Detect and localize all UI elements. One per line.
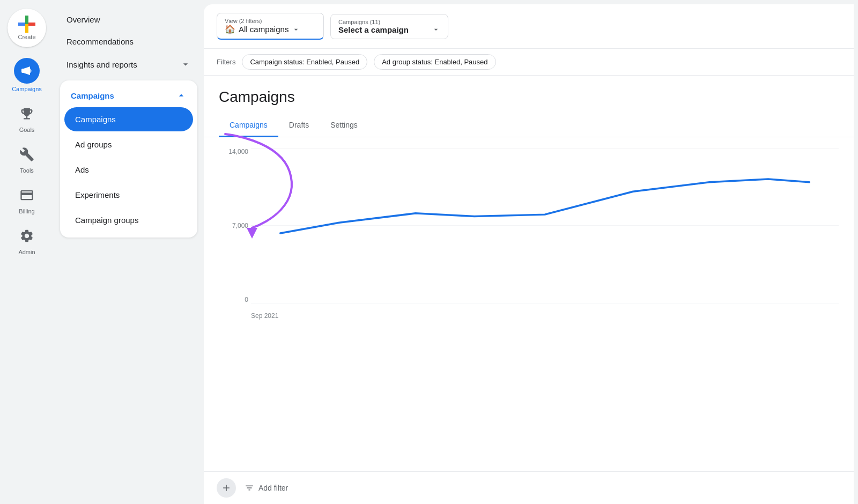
google-plus-icon — [18, 16, 35, 33]
main-content: View (2 filters) 🏠 All campaigns Campaig… — [204, 4, 854, 504]
admin-sidebar-label: Admin — [18, 249, 35, 255]
y-label-7000: 7,000 — [219, 222, 248, 229]
view-dropdown-arrow — [292, 25, 300, 34]
campaigns-sidebar-label: Campaigns — [12, 86, 42, 92]
y-label-14000: 14,000 — [219, 148, 248, 155]
filter-icon — [245, 483, 254, 493]
campaigns-icon-wrap — [14, 58, 40, 84]
tabs-bar: Campaigns Drafts Settings — [204, 114, 854, 137]
tools-sidebar-label: Tools — [20, 167, 34, 174]
add-filter-button[interactable]: Add filter — [245, 483, 288, 493]
campaigns-icon — [20, 64, 33, 77]
view-dropdown-value: All campaigns — [239, 25, 289, 34]
create-button[interactable]: Create — [8, 9, 46, 47]
sidebar-item-goals[interactable]: Goals — [3, 99, 50, 137]
billing-icon — [16, 184, 38, 206]
sidebar-item-billing[interactable]: Billing — [3, 180, 50, 219]
nav-overview[interactable]: Overview — [54, 9, 204, 31]
top-bar: View (2 filters) 🏠 All campaigns Campaig… — [204, 4, 854, 49]
icon-sidebar: Create Campaigns Goals Tools — [0, 0, 54, 504]
nav-experiments-item[interactable]: Experiments — [64, 183, 193, 207]
y-label-0: 0 — [219, 296, 248, 303]
tab-campaigns[interactable]: Campaigns — [219, 114, 278, 137]
page-title: Campaigns — [219, 88, 839, 106]
campaign-dropdown[interactable]: Campaigns (11) Select a campaign — [330, 14, 448, 39]
billing-sidebar-label: Billing — [19, 208, 34, 214]
filter-chip-adgroup-status[interactable]: Ad group status: Enabled, Paused — [374, 54, 495, 70]
page-header: Campaigns — [204, 76, 854, 114]
chart-svg-area — [251, 148, 839, 303]
add-filter-label: Add filter — [258, 484, 288, 492]
nav-insights-section[interactable]: Insights and reports — [54, 53, 204, 76]
chart-svg — [251, 148, 839, 303]
campaigns-card-title: Campaigns — [71, 91, 114, 100]
campaigns-card: Campaigns Campaigns Ad groups Ads Experi… — [60, 80, 197, 238]
nav-campaigns-item[interactable]: Campaigns — [64, 107, 193, 131]
sidebar-item-tools[interactable]: Tools — [3, 139, 50, 178]
tab-settings[interactable]: Settings — [320, 114, 368, 137]
tab-drafts[interactable]: Drafts — [278, 114, 320, 137]
filters-label: Filters — [217, 58, 235, 66]
insights-label: Insights and reports — [66, 60, 137, 69]
campaigns-card-header[interactable]: Campaigns — [60, 85, 197, 106]
chart-area: 14,000 7,000 0 Sep 2021 — [204, 137, 854, 471]
nav-campaign-groups-item[interactable]: Campaign groups — [64, 208, 193, 232]
nav-recommendations[interactable]: Recommendations — [54, 31, 204, 53]
admin-icon — [16, 225, 38, 247]
home-icon: 🏠 — [225, 24, 235, 34]
bottom-bar: Add filter — [204, 471, 854, 504]
view-dropdown-label: View (2 filters) — [225, 18, 316, 24]
filter-chip-campaign-status[interactable]: Campaign status: Enabled, Paused — [242, 54, 367, 70]
nav-ad-groups-item[interactable]: Ad groups — [64, 132, 193, 157]
chevron-up-icon — [176, 90, 187, 101]
campaign-dropdown-label: Campaigns (11) — [338, 19, 440, 25]
tools-icon — [16, 144, 38, 165]
chart-x-label: Sep 2021 — [251, 312, 278, 320]
sidebar-item-admin[interactable]: Admin — [3, 221, 50, 260]
chevron-down-icon — [180, 59, 191, 70]
goals-icon — [16, 103, 38, 124]
campaign-dropdown-value: Select a campaign — [338, 25, 409, 34]
campaign-dropdown-arrow — [432, 25, 440, 34]
plus-icon — [221, 483, 232, 493]
nav-ads-item[interactable]: Ads — [64, 158, 193, 182]
create-label: Create — [18, 34, 35, 40]
chart-y-labels: 14,000 7,000 0 — [219, 148, 248, 320]
goals-sidebar-label: Goals — [19, 127, 35, 133]
view-dropdown[interactable]: View (2 filters) 🏠 All campaigns — [217, 13, 324, 40]
add-filter-circle[interactable] — [217, 478, 236, 498]
nav-sidebar: Overview Recommendations Insights and re… — [54, 0, 204, 504]
filters-bar: Filters Campaign status: Enabled, Paused… — [204, 49, 854, 76]
chart-container: 14,000 7,000 0 Sep 2021 — [219, 148, 839, 320]
sidebar-item-campaigns[interactable]: Campaigns — [3, 54, 50, 97]
